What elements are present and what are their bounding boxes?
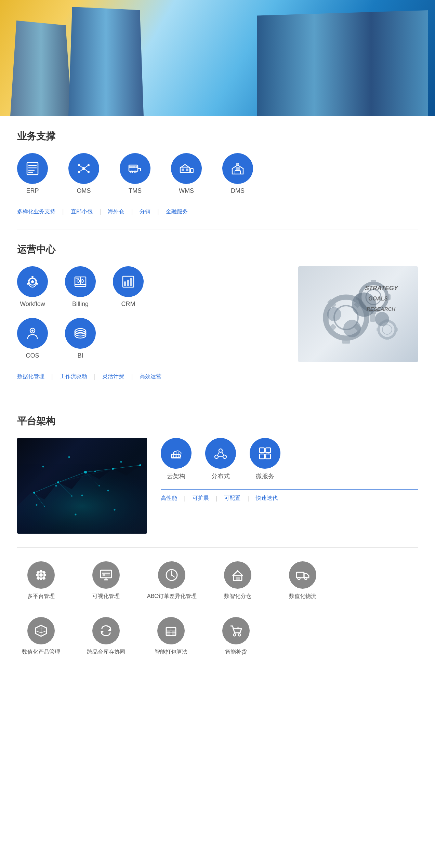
feature-cross-warehouse: 跨品台库存协同	[82, 617, 130, 656]
billing-label: Billing	[72, 301, 89, 308]
microservice-icon-circle[interactable]	[250, 438, 280, 469]
svg-rect-29	[236, 167, 240, 170]
box-icon	[34, 624, 48, 638]
digital-logistics-icon-circle[interactable]	[289, 561, 316, 589]
svg-rect-43	[76, 278, 79, 279]
svg-rect-0	[27, 162, 38, 175]
link-flexible-billing[interactable]: 灵活计费	[102, 373, 124, 380]
link-efficient-ops[interactable]: 高效运营	[140, 373, 161, 380]
svg-point-162	[238, 634, 241, 636]
package-icon	[164, 624, 178, 638]
bi-icon-circle[interactable]	[65, 318, 96, 349]
icon-item-crm: CRM	[113, 266, 144, 308]
svg-rect-63	[370, 313, 375, 322]
wms-label: WMS	[179, 187, 194, 195]
svg-point-74	[379, 321, 396, 338]
tms-label: TMS	[129, 187, 142, 195]
wms-icon-circle[interactable]	[171, 153, 202, 184]
svg-rect-77	[385, 337, 389, 340]
link-configurable[interactable]: 可配置	[224, 495, 240, 502]
svg-point-161	[234, 634, 236, 636]
svg-rect-117	[266, 454, 271, 459]
digital-product-icon-circle[interactable]	[27, 617, 55, 644]
icon-item-cos: COS	[17, 318, 48, 359]
svg-point-110	[223, 455, 226, 458]
workflow-icon-circle[interactable]	[17, 266, 48, 297]
features-row1: 多平台管理 可视化管理	[17, 561, 418, 600]
icon-item-tms: TMS	[120, 153, 150, 195]
link-distribution[interactable]: 分销	[140, 208, 150, 215]
building-center	[68, 7, 144, 116]
tms-icon	[128, 161, 143, 176]
icon-item-microservice: 微服务	[250, 438, 280, 480]
oms-icon-circle[interactable]	[68, 153, 99, 184]
dms-icon-circle[interactable]	[222, 153, 253, 184]
svg-point-93	[57, 481, 59, 483]
svg-point-107	[178, 455, 180, 457]
business-support-title: 业务支撑	[17, 130, 418, 143]
gear-settings-icon	[34, 568, 48, 582]
crm-label: CRM	[121, 301, 135, 308]
svg-text:RESEARCH: RESEARCH	[367, 306, 396, 312]
svg-rect-79	[395, 328, 398, 331]
operations-left: Workflow Billing	[17, 266, 285, 387]
svg-rect-62	[324, 313, 329, 322]
svg-rect-47	[130, 278, 132, 286]
svg-point-34	[31, 276, 34, 278]
link-overseas[interactable]: 海外仓	[108, 208, 124, 215]
link-scalable[interactable]: 可扩展	[193, 495, 209, 502]
svg-rect-17	[135, 166, 137, 168]
svg-line-12	[79, 169, 84, 172]
svg-point-50	[31, 330, 34, 332]
cos-label: COS	[26, 352, 39, 359]
microservice-label: 微服务	[256, 472, 274, 480]
link-workflow-driven[interactable]: 工作流驱动	[60, 373, 87, 380]
replenishment-label: 智能补货	[225, 649, 247, 656]
features-section: 多平台管理 可视化管理	[0, 548, 435, 669]
icon-item-billing: Billing	[65, 266, 96, 308]
cos-icon-circle[interactable]	[17, 318, 48, 349]
visual-icon-circle[interactable]	[92, 561, 120, 589]
network-svg	[17, 438, 147, 534]
link-direct-mail[interactable]: 直邮小包	[71, 208, 93, 215]
link-finance[interactable]: 金融服务	[166, 208, 188, 215]
link-high-perf[interactable]: 高性能	[161, 495, 177, 502]
business-icons-row: ERP OMS	[17, 153, 418, 195]
erp-icon-circle[interactable]	[17, 153, 48, 184]
cart-icon	[229, 624, 243, 638]
multiplatform-icon-circle[interactable]	[27, 561, 55, 589]
svg-rect-126	[36, 574, 39, 576]
crm-icon-circle[interactable]	[113, 266, 144, 297]
ops-gear-image: STRATEGY GOALS RESEARCH	[298, 266, 418, 362]
svg-rect-124	[40, 570, 42, 573]
svg-rect-70	[371, 280, 376, 284]
distributed-icon-circle[interactable]	[205, 438, 236, 469]
svg-point-92	[33, 492, 35, 494]
svg-text:GOALS: GOALS	[368, 296, 388, 302]
svg-rect-128	[36, 571, 40, 574]
link-diverse[interactable]: 多样化业务支持	[17, 208, 55, 215]
cross-warehouse-label: 跨品台库存协同	[87, 649, 125, 656]
svg-rect-72	[356, 294, 360, 300]
business-links-row: 多样化业务支持 | 直邮小包 | 海外仓 | 分销 | 金融服务	[17, 205, 418, 222]
abc-icon-circle[interactable]	[158, 561, 185, 589]
feature-replenishment: 智能补货	[212, 617, 260, 656]
cloud-icon-circle[interactable]	[161, 438, 192, 469]
svg-line-111	[218, 452, 219, 455]
packing-icon-circle[interactable]	[157, 617, 185, 644]
link-data-mgmt[interactable]: 数据化管理	[17, 373, 44, 380]
cross-warehouse-icon-circle[interactable]	[92, 617, 120, 644]
feature-visual: 可视化管理	[82, 561, 130, 600]
bi-icon	[73, 326, 88, 341]
digital-warehouse-icon-circle[interactable]	[224, 561, 251, 589]
svg-line-151	[41, 631, 47, 633]
billing-icon-circle[interactable]	[65, 266, 96, 297]
digital-warehouse-label: 数智化分仓	[224, 593, 251, 600]
hero-banner	[0, 0, 435, 116]
replenishment-icon-circle[interactable]	[222, 617, 250, 644]
features-row2: 数值化产品管理 跨品台库存协同	[17, 617, 418, 656]
ops-row2: COS BI	[17, 318, 285, 359]
tms-icon-circle[interactable]	[120, 153, 150, 184]
svg-point-146	[298, 577, 300, 580]
link-fast-deploy[interactable]: 快速迭代	[256, 495, 278, 502]
